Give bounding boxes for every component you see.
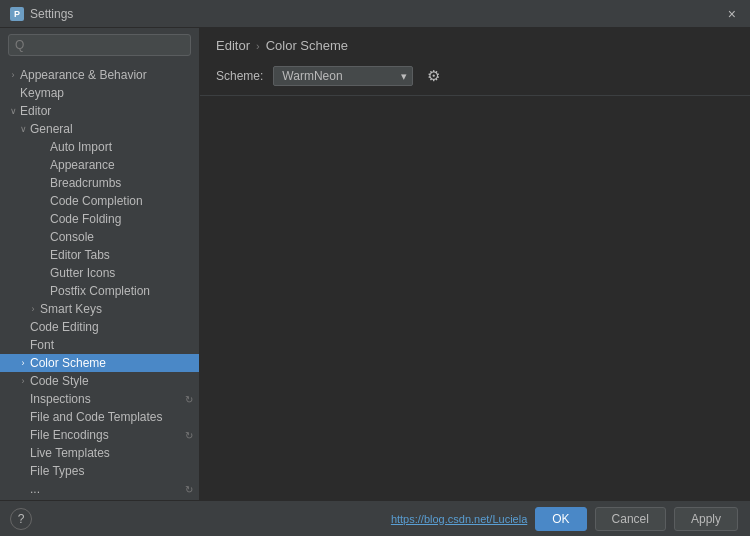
sidebar-item-breadcrumbs[interactable]: Breadcrumbs <box>0 174 199 192</box>
sidebar-item-label: Code Folding <box>50 212 121 226</box>
scheme-select[interactable]: WarmNeonDefaultDarculaHigh contrastMonok… <box>273 66 413 86</box>
sidebar-item-label: ... <box>30 482 40 496</box>
sidebar-item-label: File and Code Templates <box>30 410 163 424</box>
title-bar: P Settings × <box>0 0 750 28</box>
footer-link[interactable]: https://blog.csdn.net/Luciela <box>391 513 527 525</box>
sidebar-item-code-folding[interactable]: Code Folding <box>0 210 199 228</box>
sidebar-item-code-style[interactable]: ›Code Style <box>0 372 199 390</box>
sidebar-item-console[interactable]: Console <box>0 228 199 246</box>
sidebar: ›Appearance & BehaviorKeymap∨Editor∨Gene… <box>0 28 200 536</box>
sidebar-item-gutter-icons[interactable]: Gutter Icons <box>0 264 199 282</box>
sidebar-item-label: Breadcrumbs <box>50 176 121 190</box>
sidebar-item-more[interactable]: ...↻ <box>0 480 199 498</box>
sidebar-item-label: Inspections <box>30 392 91 406</box>
sidebar-item-font[interactable]: Font <box>0 336 199 354</box>
sidebar-item-general[interactable]: ∨General <box>0 120 199 138</box>
sidebar-item-label: Gutter Icons <box>50 266 115 280</box>
chevron-icon: › <box>16 376 30 386</box>
content-area: Editor › Color Scheme Scheme: WarmNeonDe… <box>200 28 750 536</box>
sidebar-item-inspections[interactable]: Inspections↻ <box>0 390 199 408</box>
ok-button[interactable]: OK <box>535 507 586 531</box>
sidebar-item-auto-import[interactable]: Auto Import <box>0 138 199 156</box>
chevron-icon: ∨ <box>6 106 20 116</box>
sidebar-item-label: Appearance <box>50 158 115 172</box>
sidebar-item-label: Auto Import <box>50 140 112 154</box>
sidebar-item-appearance[interactable]: Appearance <box>0 156 199 174</box>
sidebar-item-keymap[interactable]: Keymap <box>0 84 199 102</box>
sidebar-item-label: Editor Tabs <box>50 248 110 262</box>
breadcrumb-current: Color Scheme <box>266 38 348 53</box>
refresh-icon: ↻ <box>185 394 193 405</box>
sidebar-item-label: Code Completion <box>50 194 143 208</box>
sidebar-tree: ›Appearance & BehaviorKeymap∨Editor∨Gene… <box>0 62 199 536</box>
sidebar-item-label: Postfix Completion <box>50 284 150 298</box>
sidebar-item-label: Keymap <box>20 86 64 100</box>
title-bar-left: P Settings <box>10 7 73 21</box>
scheme-label: Scheme: <box>216 69 263 83</box>
breadcrumb-parent: Editor <box>216 38 250 53</box>
refresh-icon: ↻ <box>185 484 193 495</box>
sidebar-item-editor[interactable]: ∨Editor <box>0 102 199 120</box>
sidebar-item-label: General <box>30 122 73 136</box>
chevron-icon: ∨ <box>16 124 30 134</box>
footer: ? https://blog.csdn.net/Luciela OK Cance… <box>0 500 750 536</box>
scheme-select-wrap: WarmNeonDefaultDarculaHigh contrastMonok… <box>273 66 413 86</box>
breadcrumb: Editor › Color Scheme <box>216 38 734 53</box>
sidebar-item-label: Console <box>50 230 94 244</box>
sidebar-item-file-types[interactable]: File Types <box>0 462 199 480</box>
refresh-icon: ↻ <box>185 430 193 441</box>
sidebar-item-label: File Encodings <box>30 428 109 442</box>
main-layout: ›Appearance & BehaviorKeymap∨Editor∨Gene… <box>0 28 750 536</box>
sidebar-item-label: File Types <box>30 464 84 478</box>
chevron-icon: › <box>6 70 20 80</box>
sidebar-item-code-completion[interactable]: Code Completion <box>0 192 199 210</box>
sidebar-item-editor-tabs[interactable]: Editor Tabs <box>0 246 199 264</box>
sidebar-item-postfix-completion[interactable]: Postfix Completion <box>0 282 199 300</box>
sidebar-item-label: Smart Keys <box>40 302 102 316</box>
sidebar-item-label: Color Scheme <box>30 356 106 370</box>
chevron-icon: › <box>16 358 30 368</box>
sidebar-item-live-templates[interactable]: Live Templates <box>0 444 199 462</box>
sidebar-item-smart-keys[interactable]: ›Smart Keys <box>0 300 199 318</box>
close-button[interactable]: × <box>724 6 740 22</box>
sidebar-item-label: Code Style <box>30 374 89 388</box>
apply-button[interactable]: Apply <box>674 507 738 531</box>
sidebar-item-color-scheme[interactable]: ›Color Scheme <box>0 354 199 372</box>
sidebar-item-label: Appearance & Behavior <box>20 68 147 82</box>
search-wrap <box>0 28 199 62</box>
content-header: Editor › Color Scheme Scheme: WarmNeonDe… <box>200 28 750 96</box>
gear-button[interactable]: ⚙ <box>423 65 444 87</box>
sidebar-item-file-encodings[interactable]: File Encodings↻ <box>0 426 199 444</box>
sidebar-item-label: Editor <box>20 104 51 118</box>
search-input[interactable] <box>8 34 191 56</box>
app-icon: P <box>10 7 24 21</box>
sidebar-item-label: Font <box>30 338 54 352</box>
chevron-icon: › <box>26 304 40 314</box>
sidebar-item-label: Code Editing <box>30 320 99 334</box>
sidebar-item-appearance-behavior[interactable]: ›Appearance & Behavior <box>0 66 199 84</box>
sidebar-item-code-editing[interactable]: Code Editing <box>0 318 199 336</box>
help-button[interactable]: ? <box>10 508 32 530</box>
cancel-button[interactable]: Cancel <box>595 507 666 531</box>
breadcrumb-separator: › <box>256 40 260 52</box>
sidebar-item-file-and-code-templates[interactable]: File and Code Templates <box>0 408 199 426</box>
scheme-row: Scheme: WarmNeonDefaultDarculaHigh contr… <box>216 65 734 87</box>
window-title: Settings <box>30 7 73 21</box>
sidebar-item-label: Live Templates <box>30 446 110 460</box>
